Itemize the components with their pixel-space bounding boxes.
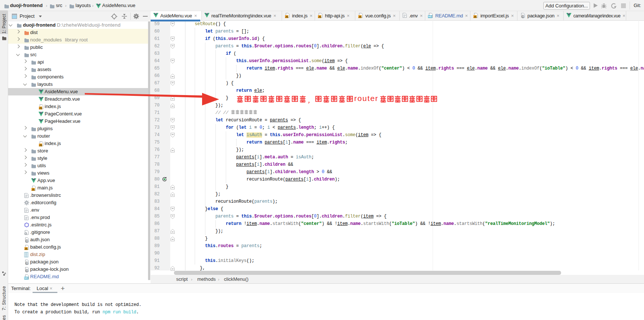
svg-text:MD: MD [428,15,432,18]
svg-text:JS: JS [24,247,28,250]
svg-text:{}: {} [26,239,28,243]
svg-text:MD: MD [24,277,28,279]
svg-text:JS: JS [318,15,322,18]
svg-text:{}: {} [26,269,28,272]
svg-text:JS: JS [359,15,362,18]
svg-text:JS: JS [31,188,35,191]
svg-text:JS: JS [39,144,42,146]
svg-text:{}: {} [26,261,28,265]
svg-text:{}: {} [521,14,524,18]
svg-text:JS: JS [285,15,289,18]
svg-text:JS: JS [39,107,42,110]
svg-text:JS: JS [474,15,477,18]
